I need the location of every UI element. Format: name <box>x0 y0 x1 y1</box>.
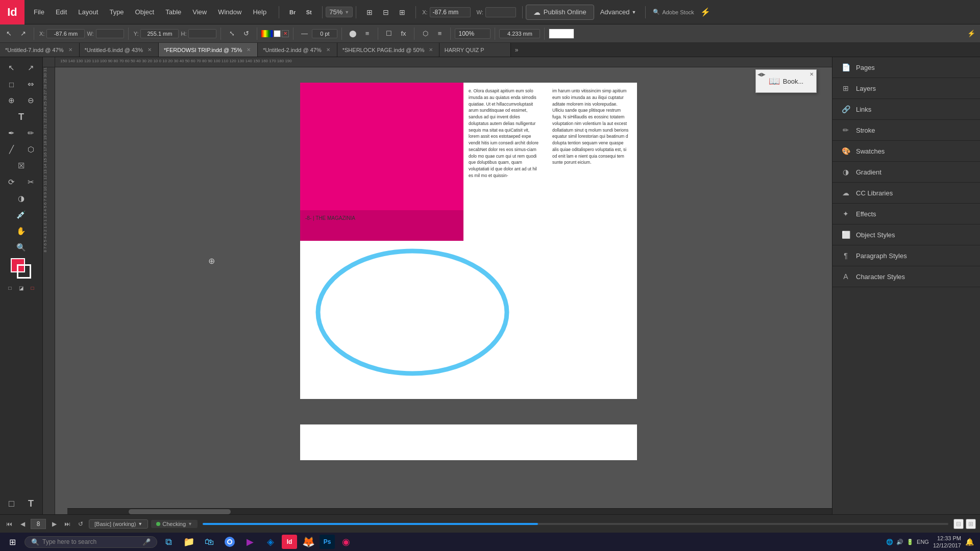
style-dropdown[interactable]: [Basic] (working) ▼ <box>89 519 148 529</box>
menu-table[interactable]: Table <box>160 6 186 18</box>
menu-view[interactable]: View <box>187 6 212 18</box>
popup-close-icon[interactable]: ✕ <box>810 71 814 77</box>
tab-untitled2[interactable]: *Untitled-2.indd @ 47% ✕ <box>258 43 337 57</box>
tab-sherlock-close[interactable]: ✕ <box>428 46 434 54</box>
tab-untitled6[interactable]: *Untitled-6.indd @ 43% ✕ <box>80 43 159 57</box>
panel-layers[interactable]: ⊞ Layers <box>832 78 980 99</box>
scrollbar-thumb-h[interactable] <box>129 509 231 514</box>
network-icon[interactable]: 🌐 <box>886 539 893 545</box>
free-transform-tool[interactable]: ⟳ <box>3 174 21 190</box>
white-swatch[interactable] <box>274 30 281 37</box>
y-tb-input[interactable] <box>140 29 179 38</box>
book-popup[interactable]: 📖 Book... ✕ ◀▶ <box>755 69 817 93</box>
tab-ferdowsi[interactable]: *FERDOWSI TRIP.indd @ 75% ✕ <box>159 43 258 57</box>
eyedropper-tool[interactable]: 💉 <box>12 207 31 222</box>
nav-first-btn[interactable]: ⏮ <box>4 519 14 529</box>
panel-paragraph-styles[interactable]: ¶ Paragraph Styles <box>832 245 980 266</box>
advanced-dropdown[interactable]: Advanced ▼ <box>594 5 643 19</box>
taskbar-search-bar[interactable]: 🔍 Type here to search 🎤 <box>24 536 157 548</box>
start-button[interactable]: ⊞ <box>2 534 22 550</box>
taskbar-app10[interactable]: ◉ <box>337 534 355 550</box>
canvas-area[interactable]: 150 140 130 120 110 100 90 80 70 60 50 4… <box>43 57 832 514</box>
nav-refresh-btn[interactable]: ↺ <box>76 519 86 529</box>
opacity-input[interactable] <box>455 29 491 39</box>
text-frame-tool[interactable]: □ <box>3 496 21 511</box>
volume-icon[interactable]: 🔊 <box>896 539 903 545</box>
layout-grid-button[interactable]: ⊞ <box>395 5 409 19</box>
frame-tool[interactable]: ⬡ <box>22 142 40 157</box>
publish-online-button[interactable]: ☁ Publish Online <box>526 5 594 20</box>
menu-edit[interactable]: Edit <box>51 6 72 18</box>
panel-gradient[interactable]: ◑ Gradient <box>832 162 980 183</box>
bleed-mode-icon[interactable]: □ <box>28 283 38 293</box>
system-clock[interactable]: 12:33 PM 12/12/2017 <box>933 535 961 549</box>
w-tb-input[interactable] <box>96 29 124 38</box>
none-swatch[interactable]: ✕ <box>282 30 289 37</box>
notification-icon[interactable]: 🔔 <box>965 538 974 546</box>
normal-mode-icon[interactable]: □ <box>5 283 15 293</box>
page-number-input[interactable] <box>31 519 46 529</box>
taskbar-mic-icon[interactable]: 🎤 <box>142 538 151 546</box>
selection-tool[interactable]: ↖ <box>3 60 21 76</box>
menu-type[interactable]: Type <box>104 6 129 18</box>
type-tool[interactable]: T <box>12 109 31 124</box>
tab-untitled6-close[interactable]: ✕ <box>146 46 153 54</box>
pen-tool[interactable]: ✒ <box>3 126 21 141</box>
direct-select-tool[interactable]: ↗ <box>16 27 30 40</box>
tab-ferdowsi-close[interactable]: ✕ <box>245 46 252 54</box>
x-input[interactable] <box>430 7 471 17</box>
align-dist-btn[interactable]: ≡ <box>433 27 446 40</box>
content-placer[interactable]: ⊖ <box>22 93 40 108</box>
gradient-swatch-tool[interactable]: ◑ <box>12 191 31 206</box>
taskbar-taskview[interactable]: ⧉ <box>159 534 178 550</box>
tab-sherlock[interactable]: *SHERLOCK PAGE.indd @ 50% ✕ <box>337 43 439 57</box>
view-spread-btn[interactable]: ⊞ <box>966 519 976 529</box>
panel-links[interactable]: 🔗 Links <box>832 99 980 120</box>
tab-untitled7-close[interactable]: ✕ <box>67 46 74 54</box>
taskbar-edge[interactable]: ◈ <box>261 534 280 550</box>
align-left-btn[interactable]: ⬤ <box>346 27 359 40</box>
taskbar-media[interactable]: ▶ <box>241 534 259 550</box>
hand-tool[interactable]: ✋ <box>12 223 31 239</box>
tabs-overflow-btn[interactable]: » <box>511 46 523 54</box>
menu-file[interactable]: File <box>29 6 50 18</box>
transform-tool[interactable]: ⤡ <box>225 27 238 40</box>
align-center-btn[interactable]: ≡ <box>360 27 374 40</box>
pencil-tool[interactable]: ✏ <box>22 126 40 141</box>
taskbar-store[interactable]: 🛍 <box>200 534 218 550</box>
frame-opts-button[interactable]: ⊟ <box>379 5 393 19</box>
scale-mode-btn[interactable]: ☐ <box>382 27 396 40</box>
panel-pages[interactable]: 📄 Pages <box>832 57 980 78</box>
tab-untitled2-close[interactable]: ✕ <box>325 46 332 54</box>
taskbar-photoshop[interactable]: Ps <box>320 535 335 549</box>
panel-object-styles[interactable]: ⬜ Object Styles <box>832 224 980 245</box>
nav-next-btn[interactable]: ▶ <box>49 519 59 529</box>
taskbar-firefox[interactable]: 🦊 <box>299 534 317 550</box>
select-tool[interactable]: ↖ <box>2 27 15 40</box>
stock-button[interactable]: St <box>302 5 316 19</box>
stroke-value-input[interactable] <box>312 29 337 38</box>
size-input[interactable] <box>499 29 540 38</box>
scissors-tool[interactable]: ✂ <box>22 174 40 190</box>
rectangle-frame-tool[interactable]: ☒ <box>12 158 31 173</box>
stroke-color-swatch[interactable] <box>17 264 31 279</box>
tab-untitled7[interactable]: *Untitled-7.indd @ 47% ✕ <box>0 43 80 57</box>
nav-prev-btn[interactable]: ◀ <box>17 519 28 529</box>
panel-stroke[interactable]: ✏ Stroke <box>832 120 980 141</box>
frame-type-button[interactable]: ⊞ <box>362 5 377 19</box>
panel-swatches[interactable]: 🎨 Swatches <box>832 141 980 162</box>
view-pages-btn[interactable]: ⊟ <box>953 519 964 529</box>
placeholder-text-tool[interactable]: T <box>22 496 40 511</box>
nav-last-btn[interactable]: ⏭ <box>62 519 72 529</box>
constrain-btn[interactable]: ⬡ <box>419 27 432 40</box>
preview-mode-icon[interactable]: ◪ <box>16 283 27 293</box>
gap-tool[interactable]: ⇔ <box>22 77 40 92</box>
zoom-tool[interactable]: 🔍 <box>12 240 31 255</box>
page-tool[interactable]: □ <box>3 77 21 92</box>
tab-harryquiz[interactable]: HARRY QUIZ P <box>439 43 511 57</box>
menu-window[interactable]: Window <box>213 6 247 18</box>
lightning-right-btn[interactable]: ⚡ <box>965 27 978 40</box>
battery-icon[interactable]: 🔋 <box>906 539 914 545</box>
direct-selection-tool[interactable]: ↗ <box>22 60 40 76</box>
scrollbar-horizontal[interactable] <box>67 508 832 514</box>
